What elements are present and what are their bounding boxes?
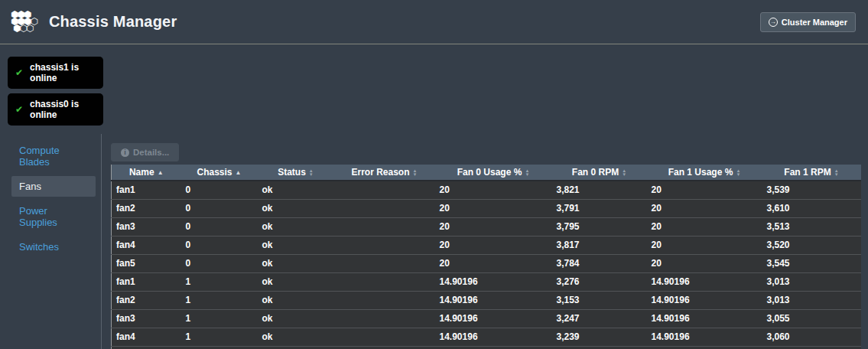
- table-row[interactable]: fan41ok14.901963,23914.901963,060: [112, 328, 861, 346]
- table-row[interactable]: fan40ok203,817203,520: [112, 236, 861, 254]
- table-row[interactable]: fan20ok203,791203,610: [112, 199, 861, 217]
- sidebar-item-compute-blades[interactable]: Compute Blades: [11, 140, 96, 172]
- honeycomb-logo-icon: ⬢⬢⬢ ⬢⬢⬢⬡ ⬢⬡⬡: [11, 11, 37, 32]
- table-cell: [334, 236, 435, 254]
- table-cell: 3,817: [552, 236, 647, 254]
- toast-notification[interactable]: ✔ chassis1 is online: [8, 57, 103, 89]
- table-cell: ok: [258, 181, 334, 199]
- sidebar: Compute Blades Fans Power Supplies Switc…: [0, 134, 102, 349]
- column-label: Chassis: [197, 167, 232, 178]
- table-cell: 14.90196: [647, 291, 762, 309]
- table-row[interactable]: fan51ok14.901963,28514.901963,048: [112, 346, 861, 349]
- table-cell: 0: [181, 254, 258, 272]
- table-cell: ok: [258, 254, 334, 272]
- table-cell: 1: [181, 309, 258, 328]
- column-header-error-reason[interactable]: Error Reason▲▼: [334, 165, 435, 181]
- sidebar-item-fans[interactable]: Fans: [11, 176, 96, 197]
- table-cell: 3,276: [552, 272, 647, 291]
- table-cell: 3,791: [552, 199, 647, 217]
- sort-ascending-icon: ▲: [236, 170, 242, 176]
- table-cell: 1: [181, 346, 258, 349]
- table-cell: 1: [181, 328, 258, 346]
- table-row[interactable]: fan31ok14.901963,24714.901963,055: [112, 309, 861, 328]
- column-label: Name: [129, 167, 154, 178]
- column-header-name[interactable]: Name▲: [112, 165, 181, 181]
- column-header-status[interactable]: Status▲▼: [258, 165, 334, 181]
- table-cell: fan5: [112, 346, 181, 349]
- table-cell: 3,520: [762, 236, 861, 254]
- table-cell: 20: [435, 236, 552, 254]
- table-cell: 20: [435, 217, 552, 236]
- column-header-chassis[interactable]: Chassis▲: [181, 165, 258, 181]
- table-cell: 0: [181, 181, 258, 199]
- chassis-manager-app: ⬢⬢⬢ ⬢⬢⬢⬡ ⬢⬡⬡ Chassis Manager → Cluster M…: [0, 0, 868, 349]
- table-cell: 3,239: [552, 328, 647, 346]
- notification-area: ✔ chassis1 is online ✔ chassis0 is onlin…: [0, 44, 868, 126]
- table-cell: ok: [258, 199, 334, 217]
- table-row[interactable]: fan21ok14.901963,15314.901963,013: [112, 291, 861, 309]
- table-cell: ok: [258, 272, 334, 291]
- table-cell: ok: [258, 291, 334, 309]
- column-header-fan-0-rpm[interactable]: Fan 0 RPM▲▼: [552, 165, 647, 181]
- circle-arrow-icon: →: [769, 18, 778, 27]
- toast-notification[interactable]: ✔ chassis0 is online: [8, 93, 103, 126]
- table-cell: fan2: [112, 291, 181, 309]
- page-title: Chassis Manager: [49, 13, 177, 31]
- table-cell: ok: [258, 328, 334, 346]
- column-header-fan-1-usage-[interactable]: Fan 1 Usage %▲▼: [647, 165, 762, 181]
- content-area: Compute Blades Fans Power Supplies Switc…: [0, 134, 868, 349]
- table-cell: fan3: [112, 309, 181, 328]
- cluster-manager-button[interactable]: → Cluster Manager: [760, 12, 856, 32]
- table-cell: fan2: [112, 199, 181, 217]
- table-cell: fan4: [112, 328, 181, 346]
- table-cell: 20: [647, 181, 762, 199]
- sidebar-item-switches[interactable]: Switches: [11, 236, 96, 257]
- table-cell: 3,821: [552, 181, 647, 199]
- column-header-fan-0-usage-[interactable]: Fan 0 Usage %▲▼: [435, 165, 552, 181]
- table-row[interactable]: fan50ok203,784203,545: [112, 254, 861, 272]
- table-row[interactable]: fan30ok203,795203,513: [112, 217, 861, 236]
- sort-both-icon: ▲▼: [309, 169, 314, 176]
- table-cell: fan4: [112, 236, 181, 254]
- table-cell: 3,285: [552, 346, 647, 349]
- table-cell: 0: [181, 217, 258, 236]
- sort-both-icon: ▲▼: [413, 169, 418, 176]
- table-cell: ok: [258, 236, 334, 254]
- table-cell: 14.90196: [435, 328, 552, 346]
- table-cell: 14.90196: [647, 346, 762, 349]
- table-cell: 20: [435, 181, 552, 199]
- table-cell: fan1: [112, 272, 181, 291]
- sidebar-item-power-supplies[interactable]: Power Supplies: [11, 201, 96, 233]
- column-header-fan-1-rpm[interactable]: Fan 1 RPM▲▼: [762, 165, 861, 181]
- table-row[interactable]: fan11ok14.901963,27614.901963,013: [112, 272, 861, 291]
- table-cell: ok: [258, 346, 334, 349]
- table-cell: 14.90196: [647, 309, 762, 328]
- details-label: Details...: [133, 148, 169, 157]
- table-cell: 14.90196: [647, 272, 762, 291]
- toast-text: chassis0 is online: [30, 99, 96, 120]
- table-cell: 3,247: [552, 309, 647, 328]
- table-cell: 3,513: [762, 217, 861, 236]
- toast-text: chassis1 is online: [30, 62, 96, 83]
- sort-both-icon: ▲▼: [736, 169, 740, 176]
- table-cell: fan5: [112, 254, 181, 272]
- column-label: Fan 0 Usage %: [457, 167, 522, 178]
- table-cell: 3,610: [762, 199, 861, 217]
- table-cell: 3,545: [762, 254, 861, 272]
- details-button[interactable]: i Details...: [111, 143, 179, 161]
- table-cell: 14.90196: [435, 272, 552, 291]
- table-cell: 20: [435, 254, 552, 272]
- app-header: ⬢⬢⬢ ⬢⬢⬢⬡ ⬢⬡⬡ Chassis Manager → Cluster M…: [0, 0, 868, 44]
- table-header-row: Name▲Chassis▲Status▲▼Error Reason▲▼Fan 0…: [112, 165, 861, 181]
- table-cell: 3,055: [762, 309, 861, 328]
- table-cell: 3,060: [762, 328, 861, 346]
- table-cell: [334, 254, 435, 272]
- table-cell: [334, 272, 435, 291]
- check-icon: ✔: [15, 67, 23, 78]
- column-label: Fan 1 Usage %: [668, 167, 733, 178]
- table-cell: 3,539: [762, 181, 861, 199]
- table-row[interactable]: fan10ok203,821203,539: [112, 181, 861, 199]
- table-cell: 20: [435, 199, 552, 217]
- table-cell: [334, 217, 435, 236]
- column-label: Error Reason: [352, 167, 410, 178]
